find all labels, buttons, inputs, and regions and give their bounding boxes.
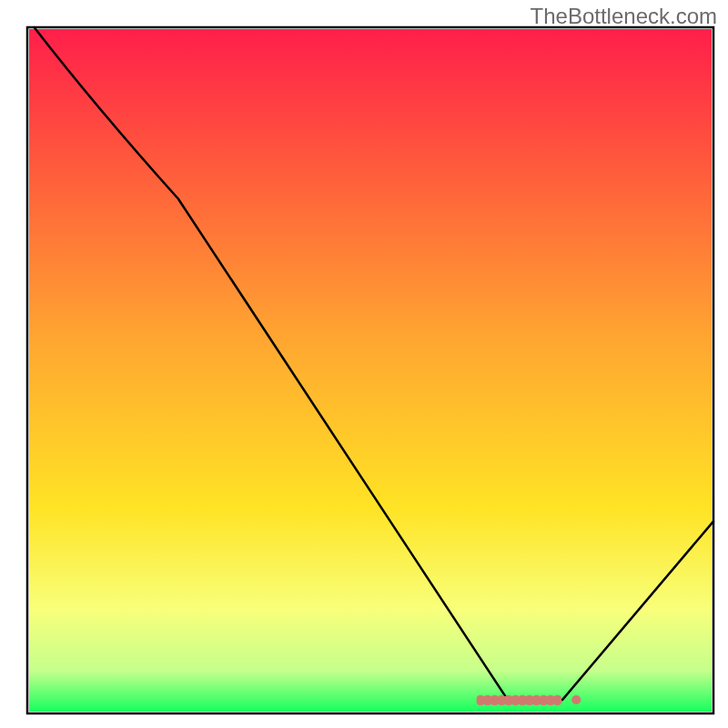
svg-rect-10	[546, 695, 554, 705]
svg-rect-0	[477, 695, 485, 705]
svg-rect-8	[532, 695, 541, 705]
gradient-background	[29, 29, 712, 712]
svg-rect-2	[490, 695, 499, 705]
svg-rect-9	[540, 695, 548, 705]
svg-rect-6	[519, 695, 527, 705]
svg-rect-5	[511, 695, 520, 705]
svg-rect-3	[498, 695, 506, 705]
svg-point-12	[571, 695, 581, 704]
svg-rect-11	[553, 695, 561, 705]
watermark-text: TheBottleneck.com	[531, 4, 717, 29]
svg-rect-1	[483, 695, 491, 705]
chart-canvas	[0, 0, 728, 728]
svg-rect-7	[525, 695, 533, 705]
svg-rect-4	[504, 695, 512, 705]
